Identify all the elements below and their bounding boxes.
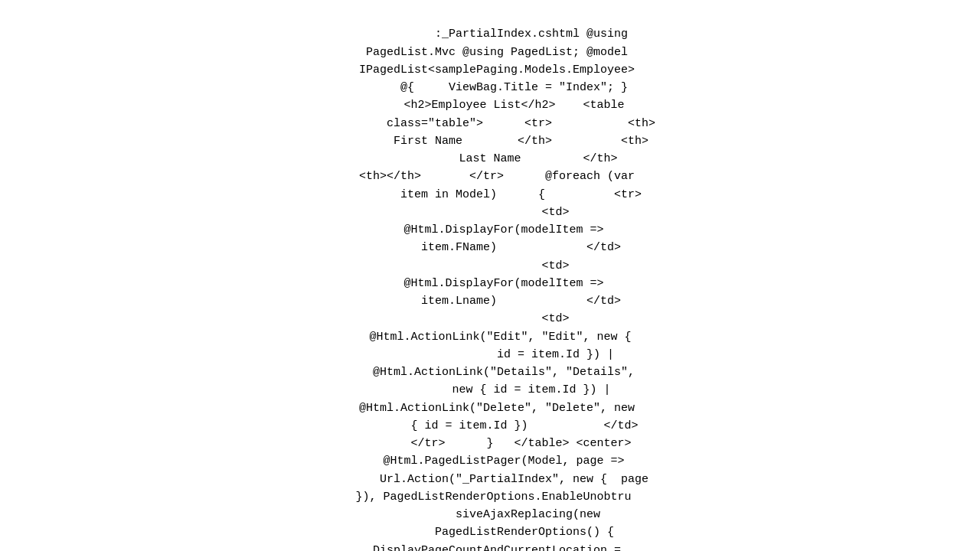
code-text: :_PartialIndex.cshtml @using PagedList.M… (325, 28, 655, 551)
code-block: :_PartialIndex.cshtml @using PagedList.M… (0, 0, 980, 551)
